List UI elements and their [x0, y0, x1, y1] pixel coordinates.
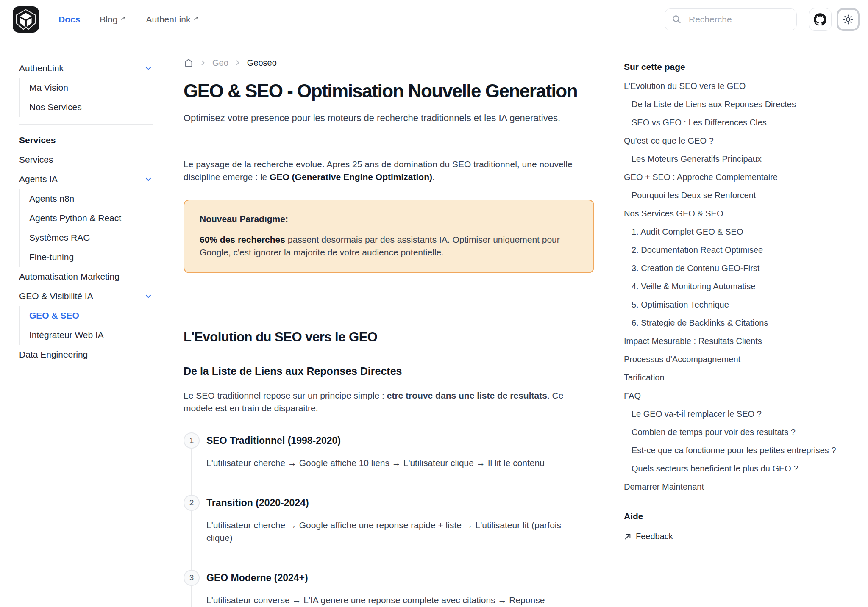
chevron-down-icon[interactable]: [144, 175, 153, 183]
feedback-link[interactable]: Feedback: [624, 532, 860, 541]
nav-link-blog[interactable]: Blog: [100, 14, 126, 25]
step-title: Transition (2020-2024): [206, 497, 588, 509]
intro-text-bold: GEO (Generative Engine Optimization): [270, 172, 432, 182]
toc-item[interactable]: L'Evolution du SEO vers le GEO: [624, 77, 860, 95]
toc-item[interactable]: Demarrer Maintenant: [624, 478, 860, 496]
sidebar-item-fine-tuning[interactable]: Fine-tuning: [29, 247, 153, 267]
sidebar-item-geo-seo-active[interactable]: GEO & SEO: [29, 306, 153, 325]
sidebar-item-authenlink[interactable]: AuthenLink: [19, 58, 153, 78]
sidebar-item-label: Ma Vision: [29, 83, 68, 93]
toc-item[interactable]: 1. Audit Complet GEO & SEO: [624, 223, 860, 241]
toc-item[interactable]: FAQ: [624, 387, 860, 405]
divider: [184, 299, 594, 299]
step-rail: 2: [184, 495, 200, 570]
home-icon[interactable]: [184, 58, 194, 68]
sidebar-item-label: Data Engineering: [19, 349, 88, 360]
toc-item[interactable]: Pourquoi les Deux se Renforcent: [624, 186, 860, 205]
sidebar-item-label: Agents Python & React: [29, 213, 121, 223]
section-heading-evolution: L'Evolution du SEO vers le GEO: [184, 330, 594, 345]
toc-item[interactable]: Qu'est-ce que le GEO ?: [624, 132, 860, 150]
sidebar-sublist-geo-visibilite: GEO & SEO Intégrateur Web IA: [19, 306, 153, 345]
toc-item[interactable]: 4. Veille & Monitoring Automatise: [624, 277, 860, 296]
sidebar-item-label: Nos Services: [29, 102, 82, 112]
feedback-label: Feedback: [636, 532, 673, 541]
section-text: Le SEO traditionnel repose sur un princi…: [184, 391, 387, 400]
sidebar-item-automatisation-marketing[interactable]: Automatisation Marketing: [19, 267, 153, 286]
site-logo[interactable]: [13, 6, 39, 33]
toc-item[interactable]: Nos Services GEO & SEO: [624, 205, 860, 223]
timeline-steps: 1 SEO Traditionnel (1998-2020) L'utilisa…: [184, 432, 594, 607]
sidebar-nav: AuthenLink Ma Vision Nos Services Servic…: [0, 39, 164, 607]
sidebar-item-nos-services[interactable]: Nos Services: [29, 97, 153, 117]
sidebar-item-ma-vision[interactable]: Ma Vision: [29, 78, 153, 97]
sidebar-item-label: AuthenLink: [19, 63, 64, 73]
toc-item[interactable]: Le GEO va-t-il remplacer le SEO ?: [624, 405, 860, 423]
toc-item[interactable]: Impact Mesurable : Resultats Clients: [624, 332, 860, 350]
step-description: L'utilisateur cherche → Google affiche 1…: [206, 457, 545, 469]
toc-item[interactable]: Quels secteurs beneficient le plus du GE…: [624, 460, 860, 478]
step-connector-line: [191, 586, 192, 607]
sidebar-item-agents-python-react[interactable]: Agents Python & React: [29, 208, 153, 228]
github-button[interactable]: [809, 8, 832, 31]
main-content: Geo Geoseo GEO & SEO - Optimisation Nouv…: [164, 39, 594, 607]
toc-item[interactable]: 5. Optimisation Technique: [624, 296, 860, 314]
sidebar-item-integrateur-web-ia[interactable]: Intégrateur Web IA: [29, 325, 153, 345]
sun-icon: [842, 14, 854, 25]
toc-item[interactable]: Combien de temps pour voir des resultats…: [624, 423, 860, 441]
toc-item[interactable]: Processus d'Accompagnement: [624, 350, 860, 369]
sidebar-item-label: GEO & Visibilité IA: [19, 291, 93, 301]
intro-paragraph: Le paysage de la recherche evolue. Apres…: [184, 158, 594, 183]
callout-text-bold: 60% des recherches: [200, 235, 285, 244]
nav-link-docs[interactable]: Docs: [58, 14, 80, 25]
callout-text: 60% des recherches passent desormais par…: [200, 233, 578, 259]
sidebar-item-systemes-rag[interactable]: Systèmes RAG: [29, 228, 153, 247]
sidebar-item-agents-ia[interactable]: Agents IA: [19, 169, 153, 189]
intro-text: .: [432, 172, 435, 182]
logo-cube-icon: [13, 6, 39, 33]
sidebar-item-services[interactable]: Services: [19, 150, 153, 169]
toc-item[interactable]: 6. Strategie de Backlinks & Citations: [624, 314, 860, 332]
toc-item[interactable]: Tarification: [624, 369, 860, 387]
nav-link-authenlink[interactable]: AuthenLink: [146, 14, 199, 25]
toc-item[interactable]: Est-ce que ca fonctionne pour les petite…: [624, 441, 860, 460]
external-link-icon: [193, 15, 199, 22]
sidebar-item-geo-visibilite-ia[interactable]: GEO & Visibilité IA: [19, 286, 153, 306]
toc-item[interactable]: SEO vs GEO : Les Differences Cles: [624, 114, 860, 132]
toc-item[interactable]: De la Liste de Liens aux Reponses Direct…: [624, 95, 860, 114]
sidebar-item-data-engineering[interactable]: Data Engineering: [19, 345, 153, 364]
step-number-badge: 3: [184, 570, 200, 586]
toc-item[interactable]: 3. Creation de Contenu GEO-First: [624, 259, 860, 277]
sidebar-item-label: Intégrateur Web IA: [29, 330, 104, 340]
step-transition: 2 Transition (2020-2024) L'utilisateur c…: [184, 495, 594, 570]
search-box: [665, 8, 797, 30]
toc-item[interactable]: 2. Documentation React Optimisee: [624, 241, 860, 259]
step-description: L'utilisateur cherche → Google affiche u…: [206, 519, 588, 544]
breadcrumb-parent[interactable]: Geo: [212, 58, 228, 68]
sidebar-sublist-agents-ia: Agents n8n Agents Python & React Système…: [19, 189, 153, 267]
toc-item[interactable]: Les Moteurs Generatifs Principaux: [624, 150, 860, 168]
breadcrumb: Geo Geoseo: [184, 58, 594, 68]
search-input[interactable]: [665, 8, 797, 30]
chevron-right-icon: [234, 59, 241, 66]
page-subtitle: Optimisez votre presence pour les moteur…: [184, 113, 594, 124]
navbar-links: Docs Blog AuthenLink: [58, 14, 199, 25]
theme-toggle-button[interactable]: [837, 8, 860, 31]
chevron-down-icon[interactable]: [144, 64, 153, 72]
external-link-icon: [624, 533, 632, 540]
sidebar-item-label: Agents IA: [19, 174, 58, 184]
breadcrumb-current: Geoseo: [247, 58, 277, 68]
sidebar-divider: [19, 124, 153, 125]
sidebar-item-agents-n8n[interactable]: Agents n8n: [29, 189, 153, 208]
search-icon: [671, 14, 682, 27]
sidebar-item-label: Automatisation Marketing: [19, 272, 120, 282]
step-description: L'utilisateur converse → L'IA genere une…: [206, 594, 588, 607]
step-geo-moderne: 3 GEO Moderne (2024+) L'utilisateur conv…: [184, 570, 594, 607]
aide-heading: Aide: [624, 511, 860, 521]
table-of-contents: Sur cette page L'Evolution du SEO vers l…: [594, 39, 868, 607]
step-body: SEO Traditionnel (1998-2020) L'utilisate…: [206, 432, 545, 495]
chevron-down-icon[interactable]: [144, 292, 153, 300]
step-number-badge: 2: [184, 495, 200, 511]
toc-item[interactable]: GEO + SEO : Approche Complementaire: [624, 168, 860, 186]
step-rail: 3: [184, 570, 200, 607]
step-rail: 1: [184, 432, 200, 495]
